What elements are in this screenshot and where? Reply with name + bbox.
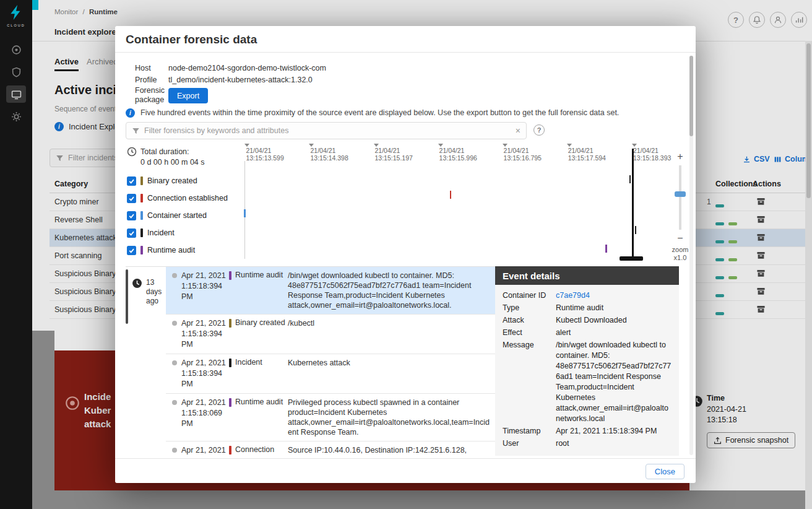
event-row[interactable]: Apr 21, 2021 1:15:18:394 PM Incident Kub… — [166, 354, 495, 394]
timeline-legend: Binary created Connection established — [127, 172, 228, 259]
forensic-package-label: Forensic package — [135, 86, 170, 105]
event-dot-icon — [172, 400, 177, 405]
timeline-event-mark[interactable] — [629, 175, 631, 183]
timeline-plot[interactable]: 21/04/21 13:15:13.599 21/04/21 13:15:14.… — [241, 144, 662, 261]
forensics-filter: × — [126, 122, 527, 139]
event-row[interactable]: Apr 21, 2021 1:15:16:157 PM Connection e… — [166, 442, 495, 456]
tick-date: 21/04/21 — [375, 147, 430, 154]
filter-funnel-icon — [132, 127, 140, 135]
zoom-slider[interactable] — [679, 165, 681, 230]
timeline-event-mark[interactable] — [450, 191, 452, 199]
filter-help-icon[interactable]: ? — [533, 124, 545, 136]
event-time-cell: Apr 21, 2021 1:15:18:394 PM — [166, 271, 229, 310]
check-icon — [128, 230, 135, 237]
event-timestamp: 1:15:18:069 PM — [181, 408, 229, 429]
forensics-timeline: Total duration: 0 d 00 h 00 m 04 s Binar… — [126, 144, 685, 265]
timeline-tick: 21/04/21 13:15:16.795 — [503, 144, 558, 162]
event-date: Apr 21, 2021 — [181, 318, 229, 329]
event-message: Source IP:10.44.0.16, Destination IP:142… — [288, 445, 495, 456]
event-type-cell: Connection established — [229, 445, 288, 456]
age-value: 13 — [146, 278, 162, 287]
event-type-label: Connection established — [235, 445, 288, 456]
detail-label: Type — [503, 303, 556, 313]
clear-filter-icon[interactable]: × — [516, 126, 520, 136]
timeline-cursor[interactable] — [632, 149, 634, 258]
event-type-color-chip — [229, 359, 231, 367]
timeline-event-mark[interactable] — [635, 226, 637, 234]
event-type-cell: Incident — [229, 358, 288, 389]
detail-value: /bin/wget downloaded kubectl to containe… — [556, 340, 672, 424]
event-row[interactable]: Apr 21, 2021 1:15:18:394 PM Runtime audi… — [166, 267, 495, 315]
modal-footer-divider — [115, 458, 696, 459]
detail-value: c7ae79d4 — [556, 290, 672, 301]
check-icon — [128, 195, 135, 202]
modal-header-divider — [115, 52, 696, 53]
event-date: Apr 21, 2021 — [181, 445, 229, 456]
event-type-cell: Runtime audit — [229, 271, 288, 310]
zoom-in-button[interactable]: + — [672, 151, 689, 162]
legend-label: Container started — [147, 211, 207, 220]
tick-date: 21/04/21 — [310, 147, 365, 154]
event-dot-icon — [172, 273, 177, 278]
modal-scrollbar-thumb[interactable] — [689, 56, 693, 136]
detail-row: User root — [503, 438, 672, 449]
event-type-color-chip — [140, 176, 143, 185]
event-type-color-chip — [229, 398, 231, 407]
event-dot-icon — [172, 321, 177, 326]
event-type-label: Binary created — [235, 318, 285, 328]
total-duration-label: Total duration: — [140, 147, 189, 156]
timeline-tick: 21/04/21 13:15:15.197 — [374, 144, 430, 162]
event-rows: Apr 21, 2021 1:15:18:394 PM Runtime audi… — [166, 267, 495, 456]
timeline-brush-handle[interactable] — [620, 256, 643, 261]
events-scrollbar-thumb[interactable] — [126, 269, 128, 324]
detail-label: Attack — [503, 315, 556, 326]
detail-label: Timestamp — [503, 426, 556, 437]
legend-row: Runtime audit — [127, 241, 228, 259]
event-details-panel: Event details Container ID c7ae79d4 Type… — [495, 266, 679, 456]
modal-scrollbar[interactable] — [689, 56, 693, 455]
legend-checkbox[interactable] — [127, 194, 136, 203]
detail-label: Container ID — [503, 290, 556, 301]
detail-row: Timestamp Apr 21, 2021 1:15:18:394 PM — [503, 426, 672, 437]
detail-row: Attack Kubectl Downloaded — [503, 315, 672, 326]
event-time-cell: Apr 21, 2021 1:15:18:069 PM — [166, 398, 229, 437]
event-type-label: Runtime audit — [235, 271, 283, 280]
event-type-label: Incident — [235, 358, 262, 367]
event-type-color-chip — [229, 446, 231, 455]
event-date: Apr 21, 2021 — [181, 358, 229, 368]
event-message: Privileged process kubectl spawned in a … — [288, 398, 495, 437]
legend-checkbox[interactable] — [127, 228, 136, 238]
forensics-filter-input[interactable] — [144, 126, 511, 135]
zoom-out-button[interactable]: − — [672, 233, 689, 244]
event-row[interactable]: Apr 21, 2021 1:15:18:394 PM Binary creat… — [166, 315, 495, 354]
modal-title: Container forensic data — [126, 33, 257, 46]
event-message: /kubectl — [288, 318, 495, 350]
container-forensic-modal: Container forensic data Host node-demo21… — [115, 26, 696, 483]
legend-checkbox[interactable] — [127, 246, 136, 255]
close-button[interactable]: Close — [646, 464, 685, 479]
timeline-event-mark[interactable] — [605, 245, 607, 253]
legend-checkbox[interactable] — [127, 211, 136, 220]
legend-row: Connection established — [127, 189, 228, 207]
detail-value: Kubectl Downloaded — [556, 315, 672, 326]
export-button[interactable]: Export — [168, 88, 208, 103]
total-duration-value: 0 d 00 h 00 m 04 s — [140, 158, 205, 167]
legend-checkbox[interactable] — [127, 176, 136, 186]
event-type-color-chip — [229, 319, 231, 328]
event-date: Apr 21, 2021 — [181, 398, 229, 408]
event-time-cell: Apr 21, 2021 1:15:16:157 PM — [166, 445, 229, 456]
event-dot-icon — [172, 360, 177, 365]
profile-label: Profile — [135, 76, 157, 84]
profile-value: tl_demo/incident-kubernetes-attack:1.32.… — [168, 76, 313, 84]
tick-date: 21/04/21 — [504, 147, 558, 154]
event-message: Kubernetes attack — [288, 358, 495, 389]
event-date: Apr 21, 2021 — [181, 271, 229, 281]
detail-row: Effect alert — [503, 328, 672, 338]
tick-date: 21/04/21 — [246, 147, 300, 154]
zoom-slider-handle[interactable] — [675, 191, 686, 197]
check-icon — [128, 178, 135, 185]
timeline-event-mark[interactable] — [244, 209, 246, 217]
legend-row: Binary created — [127, 172, 228, 189]
event-row[interactable]: Apr 21, 2021 1:15:18:069 PM Runtime audi… — [166, 394, 495, 442]
tick-date: 21/04/21 — [439, 147, 494, 154]
